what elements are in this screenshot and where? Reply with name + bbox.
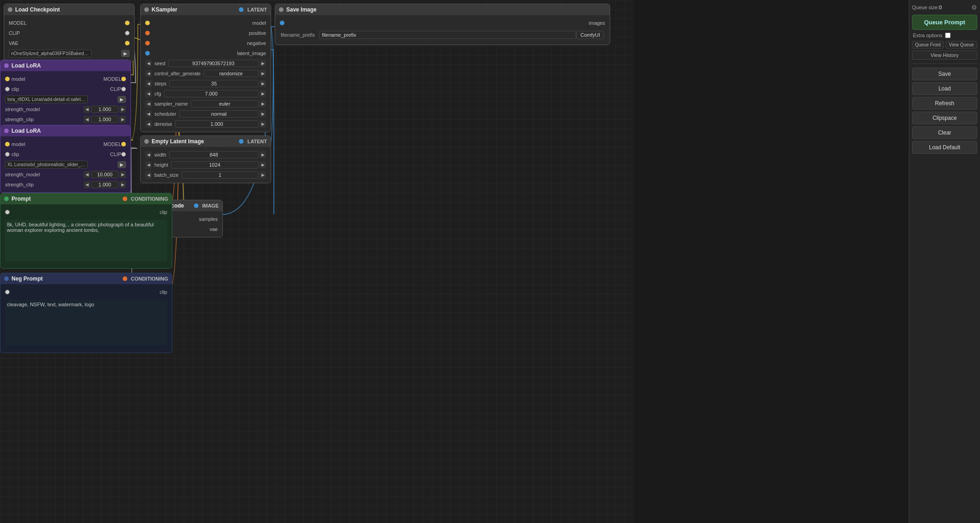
model-input-port-lora1[interactable]: [5, 77, 10, 81]
batch-label: batch_size: [153, 172, 181, 178]
filename-prefix-input[interactable]: [319, 31, 577, 39]
clip-output-port-lora2[interactable]: [121, 152, 126, 157]
image-out-port[interactable]: [194, 203, 198, 208]
batch-value: 1: [181, 171, 259, 179]
save-button[interactable]: Save: [912, 67, 977, 80]
seed-dec[interactable]: ◀: [145, 60, 152, 67]
load-lora2-title: Load LoRA: [11, 128, 41, 134]
clipspace-button[interactable]: Clipspace: [912, 112, 977, 124]
lora2-file-btn[interactable]: ▶: [118, 161, 126, 168]
strength-model-inc[interactable]: ▶: [119, 106, 126, 113]
strength-model-inc2[interactable]: ▶: [119, 171, 126, 178]
positive-input-ksampler[interactable]: [145, 31, 150, 35]
node-dot: [4, 197, 9, 201]
neg-conditioning-out-port[interactable]: [123, 276, 127, 281]
clear-button[interactable]: Clear: [912, 126, 977, 139]
lora2-file-selector[interactable]: XL Loras\sdxl_photorealistic_slider_v1-0…: [5, 161, 88, 169]
checkpoint-file-selector[interactable]: nOneStylized_alpha036FP16Bakedvae.safete…: [9, 50, 91, 57]
queue-header: Queue size: 0 ⚙: [912, 4, 977, 11]
conditioning-out-port[interactable]: [123, 197, 127, 201]
model-output-port-lora2[interactable]: [121, 142, 126, 146]
queue-prompt-button[interactable]: Queue Prompt: [912, 15, 977, 30]
scheduler-dec[interactable]: ◀: [145, 110, 152, 118]
model-output-port[interactable]: [125, 21, 130, 25]
empty-latent-header[interactable]: Empty Latent Image LATENT: [141, 136, 271, 147]
denoise-inc[interactable]: ▶: [260, 120, 266, 128]
filename-prefix-value: ComfyUI: [576, 31, 604, 39]
queue-front-button[interactable]: Queue Front: [912, 41, 944, 49]
denoise-dec[interactable]: ◀: [145, 120, 152, 128]
negative-input-ksampler[interactable]: [145, 41, 150, 45]
clip-in-neg[interactable]: [5, 290, 10, 294]
cfg-label: cfg: [153, 91, 163, 96]
ksampler-header[interactable]: KSampler LATENT: [141, 4, 271, 15]
empty-latent-title: Empty Latent Image: [152, 138, 204, 145]
seed-inc[interactable]: ▶: [260, 60, 266, 67]
latent-out-port[interactable]: [239, 139, 244, 144]
positive-label: positive: [247, 30, 266, 36]
prompt-textarea[interactable]: [5, 220, 167, 261]
height-inc[interactable]: ▶: [260, 161, 266, 169]
clip-output-port[interactable]: [125, 31, 130, 35]
model-input-port-lora2[interactable]: [5, 142, 10, 146]
lora1-file-btn[interactable]: ▶: [118, 96, 126, 103]
queue-size-value: 0: [939, 5, 942, 10]
sampler-dec[interactable]: ◀: [145, 100, 152, 107]
control-inc[interactable]: ▶: [260, 70, 266, 77]
latent-input-ksampler[interactable]: [145, 51, 150, 56]
extra-options-label: Extra options: [913, 33, 942, 38]
sampler-label: sampler_name: [153, 101, 190, 107]
model-input-ksampler[interactable]: [145, 21, 150, 25]
strength-clip-dec2[interactable]: ◀: [84, 181, 90, 188]
lora1-file-selector[interactable]: lora_r8DXL Loras\add-detail-xl.safetenso…: [5, 96, 88, 103]
scheduler-value: normal: [179, 110, 259, 118]
clip-input-port-lora1[interactable]: [5, 87, 10, 91]
model-output-label: MODEL: [103, 76, 121, 82]
width-inc[interactable]: ▶: [260, 151, 266, 158]
extra-options-checkbox[interactable]: [945, 33, 951, 38]
view-queue-button[interactable]: View Queue: [946, 41, 977, 49]
cfg-inc[interactable]: ▶: [260, 90, 266, 97]
batch-inc[interactable]: ▶: [260, 171, 266, 179]
refresh-button[interactable]: Refresh: [912, 97, 977, 110]
model-input-label: model: [10, 76, 103, 82]
load-default-button[interactable]: Load Default: [912, 141, 977, 154]
strength-clip-inc2[interactable]: ▶: [119, 181, 126, 188]
model-output-port-lora1[interactable]: [121, 77, 126, 81]
clip-in-prompt[interactable]: [5, 210, 10, 214]
node-dot: [144, 139, 149, 144]
canvas-area[interactable]: Load Checkpoint MODEL CLIP VAE nOneStyli…: [0, 0, 634, 523]
latent-out-label: LATENT: [247, 139, 267, 144]
load-button[interactable]: Load: [912, 82, 977, 95]
vae-output-port[interactable]: [125, 41, 130, 45]
settings-icon[interactable]: ⚙: [971, 4, 977, 11]
load-checkpoint-header[interactable]: Load Checkpoint: [4, 4, 134, 15]
width-dec[interactable]: ◀: [145, 151, 152, 158]
strength-clip-dec[interactable]: ◀: [84, 116, 90, 123]
node-dot: [8, 7, 12, 12]
steps-dec[interactable]: ◀: [145, 80, 152, 87]
load-lora1-header[interactable]: Load LoRA: [0, 60, 130, 71]
strength-clip-inc[interactable]: ▶: [119, 116, 126, 123]
scheduler-inc[interactable]: ▶: [260, 110, 266, 118]
clip-input-port-lora2[interactable]: [5, 152, 10, 157]
cfg-dec[interactable]: ◀: [145, 90, 152, 97]
control-dec[interactable]: ◀: [145, 70, 152, 77]
neg-prompt-textarea[interactable]: [5, 300, 167, 346]
strength-model-dec[interactable]: ◀: [84, 106, 90, 113]
latent-output-port[interactable]: [239, 7, 244, 12]
steps-inc[interactable]: ▶: [260, 80, 266, 87]
height-dec[interactable]: ◀: [145, 161, 152, 169]
batch-dec[interactable]: ◀: [145, 171, 152, 179]
checkpoint-file-btn[interactable]: ▶: [121, 50, 130, 57]
neg-prompt-header[interactable]: Neg Prompt CONDITIONING: [0, 273, 172, 284]
sampler-inc[interactable]: ▶: [260, 100, 266, 107]
save-image-header[interactable]: Save Image: [275, 4, 610, 15]
prompt-node: Prompt CONDITIONING clip: [0, 193, 172, 269]
view-history-button[interactable]: View History: [912, 51, 977, 60]
images-in-port[interactable]: [280, 21, 284, 25]
load-lora2-header[interactable]: Load LoRA: [0, 125, 130, 136]
prompt-header[interactable]: Prompt CONDITIONING: [0, 193, 172, 204]
strength-model-dec2[interactable]: ◀: [84, 171, 90, 178]
clip-output-port-lora1[interactable]: [121, 87, 126, 91]
